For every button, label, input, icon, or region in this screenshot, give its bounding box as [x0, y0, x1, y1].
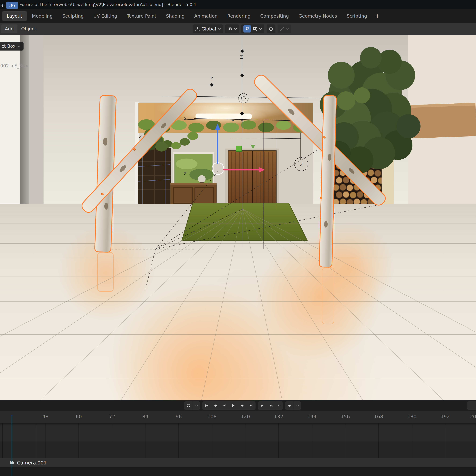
frame-label: 108: [207, 414, 217, 419]
axis-label-z-left: Z: [139, 134, 142, 139]
frame-label: 192: [441, 414, 450, 419]
transform-orientation-label: Global: [202, 26, 216, 32]
tab-texture-paint[interactable]: Texture Paint: [122, 11, 161, 21]
chevron-down-icon: [296, 405, 299, 407]
frame-label: 96: [176, 414, 182, 419]
axis-label-z-top: Z: [240, 54, 243, 60]
axis-label-z-mid: Z: [184, 171, 187, 176]
frame-label-partial: 20: [470, 414, 476, 419]
axis-label-z-circle: Z: [300, 162, 303, 167]
axis-label-x: X: [240, 118, 243, 123]
tab-animation[interactable]: Animation: [190, 11, 222, 21]
next-keyframe-button[interactable]: [238, 401, 247, 410]
next-keyframe-icon: [240, 403, 244, 408]
tab-modeling[interactable]: Modeling: [27, 11, 57, 21]
chevron-down-icon: [259, 28, 262, 30]
step-back-icon: [260, 403, 265, 408]
window-titlebar: gitaal\3. Future of the interwebz\Uitwer…: [0, 0, 476, 9]
tab-compositing[interactable]: Compositing: [256, 11, 293, 21]
gizmo-y-axis-handle[interactable]: [236, 146, 242, 152]
proportional-editing-icon: [269, 26, 273, 32]
chevron-down-icon: [195, 405, 198, 407]
transform-pivot-dropdown[interactable]: [225, 24, 239, 33]
tab-geometry-nodes[interactable]: Geometry Nodes: [294, 11, 342, 21]
select-box-tool-dropdown[interactable]: ct Box: [0, 42, 23, 51]
add-menu[interactable]: Add: [1, 24, 17, 33]
snap-toggle[interactable]: [243, 25, 251, 33]
timeline-channel-row[interactable]: Camera.001: [0, 458, 476, 467]
tab-uv-editing[interactable]: UV Editing: [89, 11, 122, 21]
prev-keyframe-button[interactable]: [211, 401, 220, 410]
frame-label: 144: [307, 414, 317, 419]
snap-target-icon: [253, 26, 257, 31]
step-forward-button[interactable]: [267, 401, 276, 410]
play-button[interactable]: [229, 401, 238, 410]
chevron-down-icon: [234, 28, 237, 30]
select-box-tool-label: ct Box: [2, 44, 16, 49]
frame-label: 180: [407, 414, 417, 419]
proportional-falloff-icon: [279, 26, 285, 32]
transform-orientation-dropdown[interactable]: Global: [193, 24, 223, 33]
transform-orientation-icon: [195, 26, 200, 31]
auto-keying-dropdown[interactable]: [294, 401, 301, 410]
painting: [173, 152, 214, 187]
sync-circle-icon: [187, 404, 190, 408]
sync-dropdown[interactable]: [184, 401, 200, 410]
step-forward-icon: [269, 403, 273, 408]
snapping-dropdown[interactable]: [241, 24, 264, 33]
jump-to-start-icon: [204, 403, 209, 408]
current-frame-indicator[interactable]: 36: [6, 2, 18, 9]
timeline-tracks-area[interactable]: [0, 424, 476, 458]
snap-magnet-icon: [245, 26, 250, 31]
chevron-down-icon: [278, 405, 281, 407]
frame-dropdown[interactable]: [276, 401, 283, 410]
jump-to-end-button[interactable]: [247, 401, 255, 410]
timeline-ruler[interactable]: 48 60 72 84 96 108 120 132 144 156 168 1…: [0, 410, 476, 424]
window-title: gitaal\3. Future of the interwebz\Uitwer…: [0, 2, 196, 7]
jump-to-start-button[interactable]: [202, 401, 211, 410]
frame-label: 60: [76, 414, 82, 419]
play-icon: [231, 403, 236, 408]
viewport-header-center: Global: [193, 24, 291, 33]
auto-keying-button[interactable]: [285, 401, 294, 410]
jump-to-end-icon: [249, 403, 253, 408]
proportional-falloff-dropdown[interactable]: [278, 24, 291, 33]
tab-layout[interactable]: Layout: [2, 11, 27, 21]
proportional-editing-button[interactable]: [267, 24, 275, 33]
playhead-line[interactable]: [12, 415, 12, 476]
transform-pivot-icon: [227, 26, 232, 31]
gizmo-move-circle[interactable]: [212, 163, 224, 174]
tab-sculpting[interactable]: Sculpting: [58, 11, 88, 21]
chevron-down-icon: [286, 28, 289, 30]
prev-keyframe-icon: [213, 403, 218, 408]
chevron-down-icon: [218, 28, 221, 30]
wooden-doors: [225, 149, 279, 208]
frame-label: 48: [42, 414, 49, 419]
play-reverse-button[interactable]: [220, 401, 229, 410]
object-menu[interactable]: Object: [17, 24, 40, 33]
axis-label-y-small: Y: [231, 119, 234, 124]
frame-label: 84: [142, 414, 149, 419]
playback-right-partial-control[interactable]: [467, 401, 476, 410]
channel-name: Camera.001: [17, 460, 47, 465]
auto-keying-icon: [287, 403, 292, 408]
workspace-tabbar: Layout Modeling Sculpting UV Editing Tex…: [0, 9, 476, 23]
frame-label: 132: [274, 414, 283, 419]
frame-step-group: [258, 401, 283, 410]
add-workspace-button[interactable]: +: [372, 11, 383, 21]
axis-label-y: Y: [210, 76, 213, 81]
viewport-3d-render[interactable]: Z Y X Y X Z Z Z: [0, 35, 476, 400]
frame-label: 156: [341, 414, 350, 419]
green-rug: [182, 203, 307, 240]
playback-controls: [184, 401, 301, 410]
timeline-bottom-strip: [0, 467, 476, 476]
viewport-scene-info: 002 <F_36>: [0, 63, 29, 68]
timeline-playback-bar: [0, 400, 476, 410]
tab-rendering[interactable]: Rendering: [223, 11, 255, 21]
step-back-button[interactable]: [258, 401, 267, 410]
frame-label: 168: [374, 414, 383, 419]
tab-shading[interactable]: Shading: [161, 11, 189, 21]
transport-controls: [202, 401, 255, 410]
axis-label-x-small: X: [184, 116, 187, 121]
tab-scripting[interactable]: Scripting: [342, 11, 372, 21]
